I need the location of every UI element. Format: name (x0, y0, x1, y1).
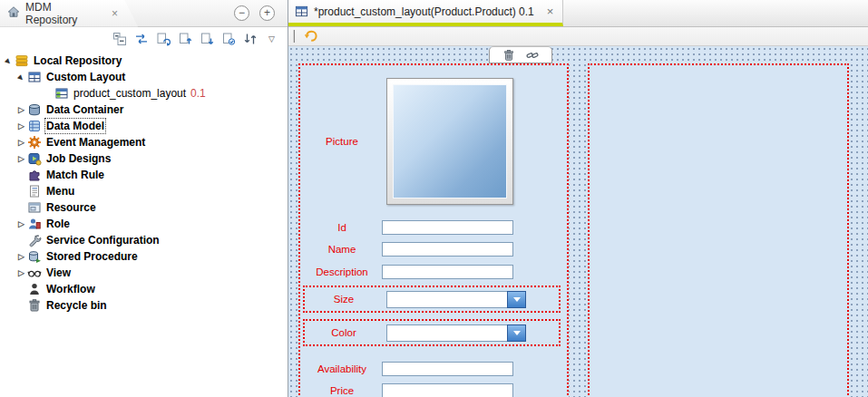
name-field-row[interactable]: Name (302, 242, 565, 257)
role-person-icon (27, 217, 42, 231)
tab-product-custom-layout[interactable]: *product_custom_layout(Product.Product) … (288, 0, 563, 26)
repository-tree: Local Repository Custom Layout product_c… (0, 50, 288, 397)
data-model-icon (27, 119, 42, 133)
data-container-icon (27, 102, 42, 117)
stored-procedure-icon (27, 249, 42, 264)
tree-item-product-custom-layout[interactable]: product_custom_layout 0.1 (0, 85, 288, 102)
editor-tab-title: *product_custom_layout(Product.Product) … (314, 5, 534, 18)
tree-item-data-container[interactable]: Data Container (0, 102, 288, 118)
application-window: MDM Repository × − + (0, 0, 868, 397)
tree-item-local-repository[interactable]: Local Repository (0, 53, 288, 69)
version-label: 0.1 (190, 87, 206, 100)
editor-area: *product_custom_layout(Product.Product) … (288, 0, 868, 397)
picture-placeholder[interactable] (386, 78, 513, 205)
delete-region-icon[interactable] (502, 49, 515, 62)
expander-spacer (15, 281, 27, 297)
color-subregion[interactable]: Color (303, 319, 561, 346)
panel-window-buttons: − + (234, 5, 275, 21)
custom-layout-icon (27, 70, 42, 84)
tree-item-event-management[interactable]: Event Management (0, 134, 288, 150)
wrench-icon (27, 233, 42, 247)
id-input[interactable] (382, 220, 513, 235)
name-input[interactable] (382, 242, 513, 257)
price-field-label: Price (302, 385, 382, 396)
price-field-row[interactable]: Price (302, 383, 565, 397)
availability-input[interactable] (382, 362, 513, 376)
expander-icon[interactable] (15, 150, 27, 167)
expander-spacer (15, 232, 27, 248)
expander-icon[interactable] (15, 134, 27, 150)
tree-item-view[interactable]: View (0, 265, 288, 281)
tree-item-custom-layout[interactable]: Custom Layout (0, 69, 288, 85)
person-icon (27, 282, 42, 296)
tree-item-workflow[interactable]: Workflow (0, 281, 288, 297)
close-icon[interactable]: × (547, 5, 554, 18)
expander-spacer (15, 183, 27, 199)
description-field-label: Description (302, 266, 382, 277)
toolbar-grip (293, 30, 297, 43)
tree-item-data-model[interactable]: Data Model (0, 118, 288, 134)
chevron-down-icon[interactable] (507, 291, 526, 308)
id-field-row[interactable]: Id (302, 220, 565, 235)
expander-spacer (15, 297, 27, 314)
availability-field-label: Availability (302, 363, 382, 374)
size-dropdown[interactable] (386, 291, 526, 308)
size-subregion[interactable]: Size (303, 286, 561, 313)
tab-mdm-repository[interactable]: MDM Repository × (0, 0, 138, 27)
tree-item-job-designs[interactable]: Job Designs (0, 150, 288, 167)
tree-item-match-rule[interactable]: Match Rule (0, 167, 288, 183)
undo-icon[interactable] (302, 28, 320, 44)
color-dropdown[interactable] (386, 324, 526, 342)
color-dropdown-value (386, 324, 507, 342)
repository-tab-title: MDM Repository (25, 1, 104, 26)
picture-image (393, 84, 507, 198)
tree-item-stored-procedure[interactable]: Stored Procedure (0, 248, 288, 265)
region-action-toolbar (489, 46, 552, 63)
window-icon (27, 200, 42, 215)
collapse-all-icon[interactable] (109, 29, 130, 48)
tree-item-recycle-bin[interactable]: Recycle bin (0, 297, 288, 314)
update-icon[interactable] (218, 29, 239, 48)
document-icon (27, 184, 42, 198)
link-icon[interactable] (526, 49, 539, 62)
check-in-icon[interactable] (174, 29, 195, 48)
view-menu-icon[interactable] (261, 29, 282, 48)
close-icon[interactable]: × (112, 7, 118, 20)
repository-toolbar (0, 27, 288, 50)
editor-toolbar (288, 27, 868, 46)
expander-icon[interactable] (15, 265, 27, 281)
size-dropdown-value (386, 291, 507, 308)
tree-item-resource[interactable]: Resource (0, 199, 288, 216)
tree-item-menu[interactable]: Menu (0, 183, 288, 199)
size-field-label: Size (305, 294, 383, 305)
form-region[interactable]: Picture Id Name Description (298, 63, 569, 397)
tree-item-role[interactable]: Role (0, 216, 288, 232)
picture-field-row[interactable]: Picture (302, 78, 565, 205)
empty-region[interactable] (588, 63, 849, 397)
expander-icon[interactable] (15, 102, 27, 118)
expander-icon[interactable] (15, 248, 27, 265)
layout-canvas[interactable]: Picture Id Name Description (288, 46, 868, 397)
color-field-label: Color (305, 327, 383, 338)
expander-icon[interactable] (3, 53, 15, 69)
expander-icon[interactable] (15, 69, 27, 85)
description-input[interactable] (382, 265, 513, 279)
sort-icon[interactable] (239, 29, 260, 48)
trash-icon (27, 298, 42, 313)
description-field-row[interactable]: Description (302, 265, 565, 279)
puzzle-icon (27, 168, 42, 182)
availability-field-row[interactable]: Availability (302, 362, 565, 376)
chevron-down-icon[interactable] (507, 324, 526, 342)
refresh-icon[interactable] (152, 29, 173, 48)
maximize-button[interactable]: + (259, 5, 275, 21)
link-with-editor-icon[interactable] (131, 29, 151, 48)
expander-icon[interactable] (15, 216, 27, 232)
check-out-icon[interactable] (196, 29, 217, 48)
tree-item-service-configuration[interactable]: Service Configuration (0, 232, 288, 248)
price-input[interactable] (382, 383, 513, 397)
expander-icon[interactable] (15, 118, 27, 134)
name-field-label: Name (302, 244, 382, 255)
minimize-button[interactable]: − (234, 5, 249, 21)
editor-tabbar: *product_custom_layout(Product.Product) … (288, 0, 868, 27)
eyeglasses-icon (27, 266, 42, 280)
